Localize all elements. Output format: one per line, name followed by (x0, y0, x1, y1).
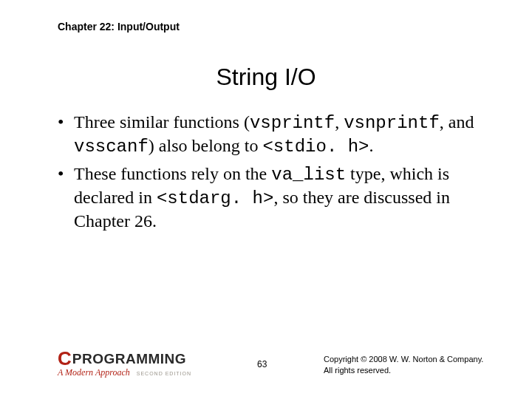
bullet-text: Three similar functions (vsprintf, vsnpr… (74, 111, 488, 158)
bullet-dot: • (58, 163, 74, 233)
code-fragment: vsnprintf (344, 113, 440, 133)
bullet-text: These functions rely on the va_list type… (74, 163, 488, 233)
content-area: • Three similar functions (vsprintf, vsn… (58, 111, 488, 238)
text-fragment: . (369, 136, 374, 155)
code-fragment: vsscanf (74, 137, 149, 157)
logo-subtitle: A Modern Approach SECOND EDITION (58, 367, 191, 378)
code-fragment: vsprintf (250, 113, 335, 133)
footer: CPROGRAMMING A Modern Approach SECOND ED… (58, 341, 502, 378)
copyright-line-2: All rights reserved. (324, 365, 483, 375)
logo-edition: SECOND EDITION (137, 371, 191, 376)
slide-title: String I/O (0, 64, 532, 91)
bullet-item: • These functions rely on the va_list ty… (58, 163, 488, 233)
bullet-item: • Three similar functions (vsprintf, vsn… (58, 111, 488, 158)
code-fragment: va_list (271, 165, 346, 185)
logo-title: CPROGRAMMING (58, 349, 191, 368)
code-fragment: <stdio. h> (262, 137, 369, 157)
chapter-label: Chapter 22: Input/Output (58, 21, 180, 33)
logo-word: PROGRAMMING (72, 352, 186, 366)
copyright-line-1: Copyright © 2008 W. W. Norton & Company. (324, 354, 483, 364)
text-fragment: These functions rely on the (74, 164, 271, 183)
text-fragment: ) also belong to (149, 136, 263, 155)
logo-subtitle-text: A Modern Approach (58, 367, 130, 378)
text-fragment: , (335, 112, 344, 132)
copyright: Copyright © 2008 W. W. Norton & Company.… (324, 354, 483, 375)
page-number: 63 (257, 359, 267, 369)
book-logo: CPROGRAMMING A Modern Approach SECOND ED… (58, 349, 191, 378)
slide: Chapter 22: Input/Output String I/O • Th… (0, 0, 532, 399)
logo-c-letter: C (58, 349, 71, 368)
code-fragment: <stdarg. h> (157, 188, 273, 208)
bullet-dot: • (58, 111, 74, 158)
text-fragment: , and (440, 112, 474, 132)
text-fragment: Three similar functions ( (74, 112, 250, 132)
